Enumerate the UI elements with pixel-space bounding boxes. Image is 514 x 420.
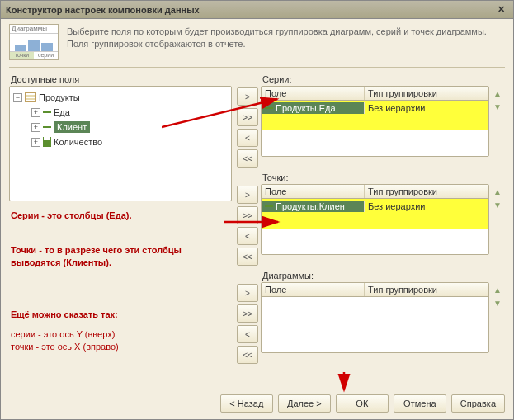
remove-button[interactable]: < <box>237 325 258 343</box>
annotation-points: Точки - то в разрезе чего эти столбцывыв… <box>11 244 182 270</box>
add-all-button[interactable]: >> <box>237 206 258 224</box>
wizard-header: Диаграммы точки серии Выберите поля по к… <box>1 19 513 64</box>
remove-button[interactable]: < <box>237 227 258 245</box>
col-group[interactable]: Тип группировки <box>365 87 488 100</box>
diagrams-section: > >> < << Диаграммы: Поле Тип группировк… <box>237 269 505 364</box>
points-label: Точки: <box>262 172 488 182</box>
move-down-icon[interactable]: ▼ <box>492 101 503 112</box>
col-field[interactable]: Поле <box>262 87 365 100</box>
move-up-icon[interactable]: ▲ <box>492 284 503 295</box>
field-icon <box>43 126 51 128</box>
diagrams-label: Диаграммы: <box>262 271 488 281</box>
points-section: > >> < << Точки: Поле Тип группировки Пр… <box>237 171 505 266</box>
add-all-button[interactable]: >> <box>237 304 258 323</box>
series-row[interactable]: Продукты.Еда Без иерархии <box>262 101 488 116</box>
col-group[interactable]: Тип группировки <box>365 283 488 296</box>
expand-icon[interactable]: + <box>31 138 40 147</box>
add-all-button[interactable]: >> <box>237 108 258 126</box>
wizard-description: Выберите поля по которым будет производи… <box>67 24 505 50</box>
points-grid[interactable]: Поле Тип группировки Продукты.Клиент Без… <box>261 184 489 255</box>
remove-all-button[interactable]: << <box>237 248 258 266</box>
expand-icon[interactable]: + <box>31 108 40 117</box>
remove-all-button[interactable]: << <box>237 149 258 168</box>
field-icon <box>43 111 51 113</box>
expand-icon[interactable]: + <box>31 123 40 132</box>
empty-row <box>262 214 488 229</box>
field-icon <box>265 107 273 109</box>
annotation-axis-x: точки - это ось X (вправо) <box>11 341 119 353</box>
tree-item-qty[interactable]: + Количество <box>12 134 229 149</box>
col-field[interactable]: Поле <box>262 283 365 296</box>
diagrams-grid[interactable]: Поле Тип группировки <box>261 282 489 353</box>
add-button[interactable]: > <box>237 186 258 204</box>
window-title: Конструктор настроек компоновки данных <box>6 5 200 15</box>
series-grid[interactable]: Поле Тип группировки Продукты.Еда Без ие… <box>261 86 489 157</box>
selected-field: Клиент <box>54 121 90 133</box>
move-up-icon[interactable]: ▲ <box>492 186 503 197</box>
annotation-series: Серии - это столбцы (Еда). <box>11 210 132 222</box>
help-button[interactable]: Справка <box>451 394 505 413</box>
move-down-icon[interactable]: ▼ <box>492 199 503 210</box>
chart-thumbnail: Диаграммы точки серии <box>9 24 59 60</box>
available-fields-label: Доступные поля <box>11 74 230 84</box>
field-icon <box>265 205 273 207</box>
collapse-icon[interactable]: − <box>13 93 22 102</box>
series-section: > >> < << Серии: Поле Тип группировки Пр… <box>237 73 505 168</box>
tree-root[interactable]: − Продукты <box>12 90 229 105</box>
remove-button[interactable]: < <box>237 129 258 147</box>
remove-all-button[interactable]: << <box>237 346 258 364</box>
thumb-tab: Диаграммы <box>10 25 58 34</box>
tree-item-client[interactable]: + Клиент <box>12 120 229 134</box>
series-label: Серии: <box>262 74 488 84</box>
tree-item-eda[interactable]: + Еда <box>12 105 229 120</box>
add-button[interactable]: > <box>237 87 258 106</box>
measure-icon <box>43 137 51 147</box>
next-button[interactable]: Далее > <box>278 394 331 413</box>
close-icon[interactable]: ✕ <box>493 3 508 17</box>
ok-button[interactable]: ОК <box>336 394 389 413</box>
dialog-buttons: < Назад Далее > ОК Отмена Справка <box>220 394 505 413</box>
annotation-alt-header: Ещё можно сказать так: <box>11 309 118 321</box>
col-group[interactable]: Тип группировки <box>365 185 488 198</box>
thumb-x: точки <box>10 51 34 59</box>
cancel-button[interactable]: Отмена <box>394 394 446 413</box>
thumb-y: серии <box>34 51 58 59</box>
title-bar: Конструктор настроек компоновки данных ✕ <box>1 1 513 19</box>
empty-row <box>262 116 488 130</box>
move-up-icon[interactable]: ▲ <box>492 87 503 99</box>
move-down-icon[interactable]: ▼ <box>492 297 503 309</box>
annotation-axis-y: серии - это ось Y (вверх) <box>11 328 115 341</box>
col-field[interactable]: Поле <box>262 185 365 198</box>
points-row[interactable]: Продукты.Клиент Без иерархии <box>262 199 488 214</box>
available-fields-tree[interactable]: − Продукты + Еда + Клиент + Коли <box>9 86 232 201</box>
add-button[interactable]: > <box>237 284 258 302</box>
back-button[interactable]: < Назад <box>220 394 273 413</box>
table-icon <box>25 92 36 102</box>
dialog-window: Конструктор настроек компоновки данных ✕… <box>0 0 514 420</box>
